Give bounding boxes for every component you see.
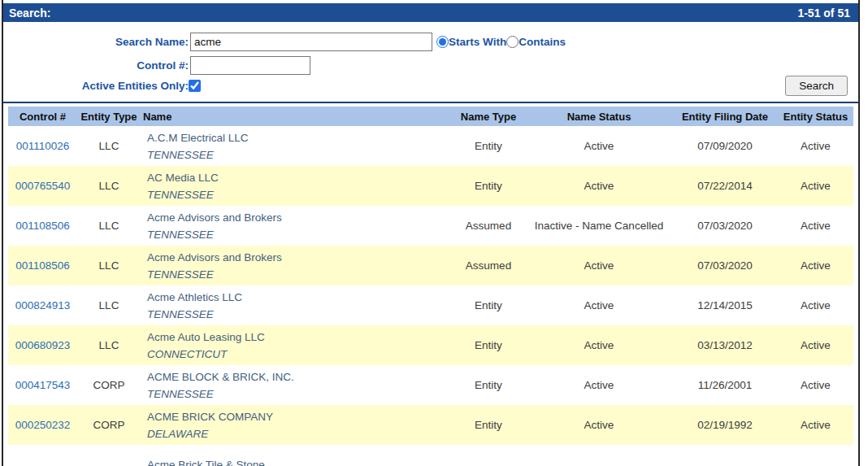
entity-name: Acme Advisors and Brokers <box>147 249 451 266</box>
col-header-control-number: Control # <box>8 107 77 126</box>
name-status-cell: Active <box>526 285 672 325</box>
control-number-cell: 000765540 <box>8 166 77 206</box>
results-table: Control # Entity Type Name Name Type Nam… <box>8 107 853 466</box>
entity-name-cell: Acme Auto Leasing LLC CONNECTICUT <box>141 325 451 365</box>
control-number-row: Control #: <box>3 56 858 75</box>
col-header-name: Name <box>141 107 451 126</box>
search-panel: Search: 1-51 of 51 Search Name: Starts W… <box>3 3 858 103</box>
table-row: 000824913 LLC Acme Athletics LLC TENNESS… <box>8 285 853 325</box>
control-number-cell: 001108506 <box>8 246 77 285</box>
results-tbody: 001110026 LLC A.C.M Electrical LLC TENNE… <box>8 126 853 466</box>
entity-status-cell: Active <box>778 325 853 365</box>
filing-date-cell: 07/03/2020 <box>672 246 778 285</box>
control-number-link[interactable]: 000417543 <box>15 379 71 391</box>
name-status-cell: Active <box>526 365 672 405</box>
search-titlebar: Search: 1-51 of 51 <box>3 3 858 22</box>
filing-date-cell <box>672 445 778 466</box>
control-number-cell <box>8 445 77 466</box>
name-status-cell: Active <box>526 325 672 365</box>
col-header-name-status: Name Status <box>526 107 672 126</box>
table-row: 001108506 LLC Acme Advisors and Brokers … <box>8 206 853 246</box>
control-number-link[interactable]: 000250232 <box>15 419 71 431</box>
result-count: 1-51 of 51 <box>797 7 850 20</box>
control-number-cell: 000824913 <box>8 285 77 325</box>
entity-name: A.C.M Electrical LLC <box>147 129 451 146</box>
entity-name-cell: AC Media LLC TENNESSEE <box>141 166 451 206</box>
entity-state: TENNESSEE <box>147 385 451 403</box>
entity-type-cell: CORP <box>77 405 141 445</box>
control-number-link[interactable]: 001108506 <box>15 259 70 272</box>
table-row: 000417543 CORP ACME BLOCK & BRICK, INC. … <box>8 365 853 405</box>
control-number-label: Control #: <box>3 59 189 72</box>
filing-date-cell: 07/22/2014 <box>672 166 778 206</box>
entity-name-cell: A.C.M Electrical LLC TENNESSEE <box>141 126 451 166</box>
col-header-name-type: Name Type <box>451 107 526 126</box>
entity-type-cell: LLC <box>77 206 141 246</box>
entity-name-cell: ACME BRICK COMPANY DELAWARE <box>141 405 451 445</box>
control-number-input[interactable] <box>190 56 310 75</box>
control-number-cell: 001108506 <box>8 206 77 246</box>
name-type-cell: Entity <box>451 166 526 206</box>
name-status-cell: Active <box>526 246 672 285</box>
entity-status-cell: Active <box>778 405 853 445</box>
control-number-link[interactable]: 000680923 <box>15 339 71 351</box>
filing-date-cell: 02/19/1992 <box>672 405 778 445</box>
name-status-cell <box>526 445 672 466</box>
page-title: Search: <box>9 7 50 20</box>
search-name-input[interactable] <box>190 33 432 51</box>
contains-label[interactable]: Contains <box>519 36 566 48</box>
entity-name-cell: Acme Brick Tile & Stone <box>141 445 451 466</box>
control-number-link[interactable]: 001110026 <box>16 140 70 152</box>
contains-radio[interactable] <box>506 36 519 48</box>
entity-status-cell <box>778 445 853 466</box>
control-number-link[interactable]: 000765540 <box>15 180 71 192</box>
name-status-cell: Active <box>526 126 672 166</box>
name-status-cell: Active <box>526 405 672 445</box>
name-type-cell: Entity <box>451 365 526 405</box>
entity-state: TENNESSEE <box>147 306 451 323</box>
table-row: Acme Brick Tile & Stone <box>8 445 853 466</box>
control-number-cell: 001110026 <box>8 126 77 166</box>
entity-state: DELAWARE <box>147 425 451 442</box>
table-row: 000765540 LLC AC Media LLC TENNESSEE Ent… <box>8 166 853 206</box>
name-type-cell: Entity <box>451 405 526 445</box>
entity-type-cell <box>77 445 141 466</box>
entity-type-cell: LLC <box>77 325 141 365</box>
entity-name-cell: Acme Athletics LLC TENNESSEE <box>141 285 451 325</box>
entity-type-cell: LLC <box>77 246 141 285</box>
entity-status-cell: Active <box>778 166 853 206</box>
name-type-cell: Assumed <box>451 246 526 285</box>
name-type-cell: Assumed <box>451 206 526 246</box>
entity-state: CONNECTICUT <box>147 346 451 363</box>
name-status-cell: Inactive - Name Cancelled <box>526 206 672 246</box>
col-header-entity-filing-date: Entity Filing Date <box>672 107 778 126</box>
table-row: 000680923 LLC Acme Auto Leasing LLC CONN… <box>8 325 853 365</box>
entity-status-cell: Active <box>778 365 853 405</box>
entity-status-cell: Active <box>778 246 853 285</box>
search-button[interactable]: Search <box>785 76 848 96</box>
table-row: 001110026 LLC A.C.M Electrical LLC TENNE… <box>8 126 853 166</box>
table-row: 001108506 LLC Acme Advisors and Brokers … <box>8 246 853 285</box>
active-entities-row: Active Entities Only: <box>3 80 858 92</box>
control-number-link[interactable]: 001108506 <box>15 220 70 232</box>
entity-name: ACME BLOCK & BRICK, INC. <box>147 368 451 385</box>
starts-with-radio[interactable] <box>436 36 449 48</box>
control-number-cell: 000417543 <box>8 365 77 405</box>
entity-type-cell: LLC <box>77 285 141 325</box>
entity-name: Acme Auto Leasing LLC <box>147 329 451 346</box>
active-entities-checkbox[interactable] <box>189 80 201 92</box>
entity-name: Acme Advisors and Brokers <box>147 209 451 226</box>
filing-date-cell: 07/09/2020 <box>672 126 778 166</box>
filing-date-cell: 03/13/2012 <box>672 325 778 365</box>
control-number-link[interactable]: 000824913 <box>15 299 71 311</box>
name-status-cell: Active <box>526 166 672 206</box>
control-number-cell: 000680923 <box>8 325 77 365</box>
starts-with-label[interactable]: Starts With <box>449 36 506 48</box>
filing-date-cell: 07/03/2020 <box>672 206 778 246</box>
entity-type-cell: LLC <box>77 166 141 206</box>
entity-name-cell: Acme Advisors and Brokers TENNESSEE <box>141 246 451 285</box>
active-entities-label: Active Entities Only: <box>3 80 189 92</box>
entity-type-cell: CORP <box>77 365 141 405</box>
entity-name: AC Media LLC <box>147 169 451 186</box>
entity-name: Acme Brick Tile & Stone <box>147 456 451 466</box>
